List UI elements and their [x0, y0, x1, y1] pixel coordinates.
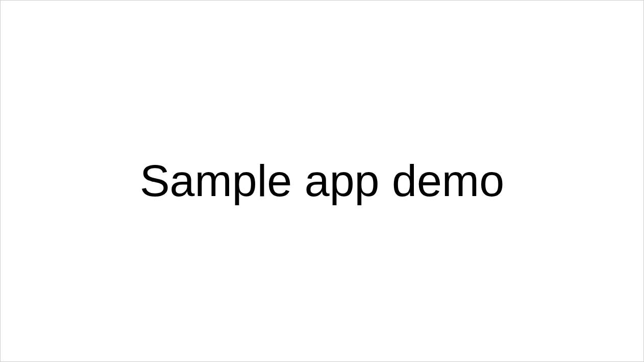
slide-title: Sample app demo — [1, 156, 643, 206]
slide-content: Sample app demo — [1, 156, 643, 206]
